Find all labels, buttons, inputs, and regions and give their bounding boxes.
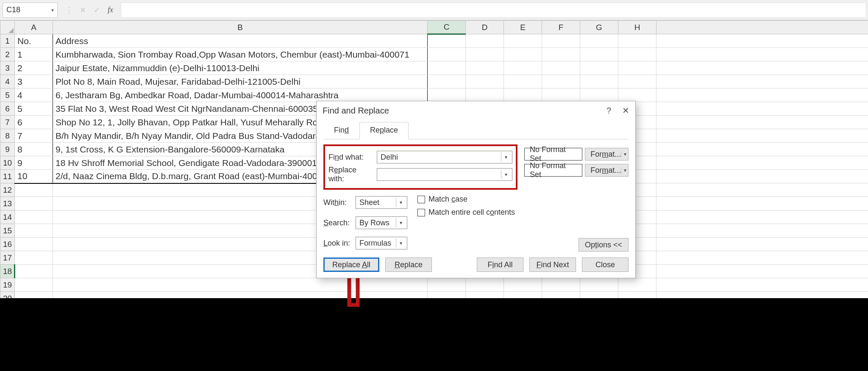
name-box[interactable]: C18 ▾: [3, 3, 58, 18]
row-header[interactable]: 14: [0, 210, 15, 224]
row-header[interactable]: 8: [0, 129, 15, 143]
cell[interactable]: [504, 75, 542, 89]
cell[interactable]: 5: [15, 102, 53, 116]
tab-find[interactable]: Find: [323, 122, 359, 139]
close-icon[interactable]: ✕: [622, 105, 629, 116]
cell[interactable]: [466, 48, 504, 61]
cell[interactable]: Kumbharwada, Sion Trombay Road,Opp Wasan…: [53, 48, 428, 61]
cell[interactable]: [542, 75, 580, 89]
cell[interactable]: [657, 102, 868, 116]
cell[interactable]: [657, 210, 868, 224]
row-header[interactable]: 4: [0, 75, 15, 89]
cell[interactable]: 10: [15, 170, 53, 183]
cell[interactable]: [580, 34, 618, 48]
enter-icon[interactable]: ✓: [94, 6, 100, 15]
cell[interactable]: [15, 278, 53, 292]
find-what-input[interactable]: Delhi ▾: [377, 151, 512, 163]
col-header-g[interactable]: G: [580, 21, 618, 34]
col-header-d[interactable]: D: [466, 21, 504, 34]
row-header[interactable]: 13: [0, 197, 15, 210]
cell[interactable]: [657, 156, 868, 170]
lookin-select[interactable]: Formulas ▾: [356, 237, 407, 249]
cell[interactable]: 6, Jestharam Bg, Ambedkar Road, Dadar-Mu…: [53, 89, 428, 102]
cell[interactable]: [657, 278, 868, 292]
cell[interactable]: [466, 278, 504, 292]
cell[interactable]: [504, 34, 542, 48]
cell[interactable]: [657, 265, 868, 278]
formula-input[interactable]: [121, 3, 865, 18]
cell[interactable]: [466, 89, 504, 102]
search-select[interactable]: By Rows ▾: [356, 216, 407, 229]
cell[interactable]: [15, 224, 53, 238]
cell[interactable]: [580, 61, 618, 75]
cell[interactable]: [15, 183, 53, 197]
find-format-button[interactable]: Format...▾: [585, 148, 629, 161]
cell[interactable]: 6: [15, 116, 53, 129]
cell[interactable]: [657, 116, 868, 129]
chevron-down-icon[interactable]: ▾: [396, 198, 405, 207]
cell[interactable]: [580, 89, 618, 102]
col-header-e[interactable]: E: [504, 21, 542, 34]
row-header[interactable]: 18: [0, 265, 15, 278]
cell[interactable]: [657, 183, 868, 197]
col-header-spare[interactable]: [657, 21, 868, 34]
row-header[interactable]: 6: [0, 102, 15, 116]
cell[interactable]: 9: [15, 156, 53, 170]
row-header[interactable]: 15: [0, 224, 15, 238]
cell[interactable]: [618, 34, 657, 48]
cell[interactable]: [657, 34, 868, 48]
cell[interactable]: 7: [15, 129, 53, 143]
cell[interactable]: 4: [15, 89, 53, 102]
match-case-checkbox[interactable]: Match case: [417, 195, 515, 204]
cell[interactable]: [657, 48, 868, 61]
cell[interactable]: [618, 75, 657, 89]
col-header-f[interactable]: F: [542, 21, 580, 34]
row-header[interactable]: 17: [0, 251, 15, 265]
dialog-titlebar[interactable]: Find and Replace ? ✕: [317, 101, 635, 122]
cell[interactable]: [428, 34, 466, 48]
cell[interactable]: [15, 197, 53, 210]
cell[interactable]: [15, 210, 53, 224]
cell[interactable]: [466, 34, 504, 48]
cell[interactable]: [466, 75, 504, 89]
fx-icon[interactable]: fx: [108, 6, 113, 14]
cell[interactable]: [428, 48, 466, 61]
row-header[interactable]: 9: [0, 143, 15, 156]
select-all-corner[interactable]: [0, 21, 15, 34]
cell[interactable]: [657, 75, 868, 89]
col-header-h[interactable]: H: [618, 21, 657, 34]
cell[interactable]: No.: [15, 34, 53, 48]
cell[interactable]: [657, 251, 868, 265]
chevron-down-icon[interactable]: ▾: [396, 218, 405, 227]
cell[interactable]: 3: [15, 75, 53, 89]
cell[interactable]: [657, 61, 868, 75]
row-header[interactable]: 11: [0, 170, 15, 183]
chevron-down-icon[interactable]: ▾: [396, 238, 405, 248]
cell[interactable]: [657, 129, 868, 143]
cell[interactable]: [580, 75, 618, 89]
find-next-button[interactable]: Find Next: [529, 257, 576, 272]
cell[interactable]: 8: [15, 143, 53, 156]
row-header[interactable]: 7: [0, 116, 15, 129]
cell[interactable]: [542, 278, 580, 292]
row-header[interactable]: 19: [0, 278, 15, 292]
cell[interactable]: [618, 89, 657, 102]
cell[interactable]: [504, 89, 542, 102]
cell[interactable]: [657, 224, 868, 238]
cell[interactable]: Plot No 8, Main Road, Mujesar, Faridabad…: [53, 75, 428, 89]
cancel-icon[interactable]: ✕: [80, 6, 86, 15]
row-header[interactable]: 2: [0, 48, 15, 61]
cell[interactable]: [542, 48, 580, 61]
match-entire-checkbox[interactable]: Match entire cell contents: [417, 208, 515, 217]
cell[interactable]: [657, 89, 868, 102]
cell[interactable]: [618, 48, 657, 61]
cell[interactable]: [53, 278, 428, 292]
replace-with-input[interactable]: ▾: [377, 168, 512, 181]
within-select[interactable]: Sheet ▾: [356, 196, 407, 209]
col-header-c[interactable]: C: [428, 21, 466, 34]
cell[interactable]: [428, 61, 466, 75]
help-icon[interactable]: ?: [606, 106, 611, 116]
cell[interactable]: [657, 170, 868, 183]
chevron-down-icon[interactable]: ▾: [501, 170, 510, 179]
cell[interactable]: [504, 61, 542, 75]
